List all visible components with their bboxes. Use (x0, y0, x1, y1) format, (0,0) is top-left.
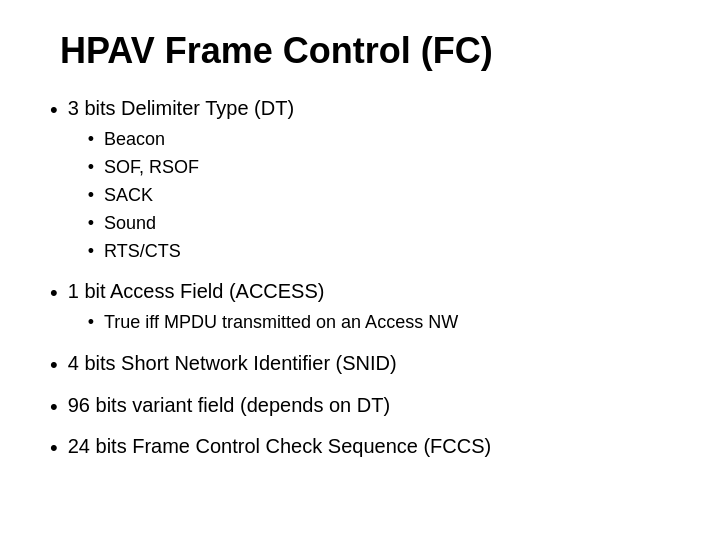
main-list: • 3 bits Delimiter Type (DT) • Beacon • … (50, 92, 670, 471)
list-item: • Beacon (88, 126, 294, 154)
list-item: • RTS/CTS (88, 238, 294, 266)
list-item: • 24 bits Frame Control Check Sequence (… (50, 430, 670, 465)
list-item-text: Sound (104, 210, 156, 238)
bullet-icon: • (88, 154, 94, 182)
list-item-text: Beacon (104, 126, 165, 154)
bullet-icon: • (50, 389, 58, 424)
sub-list: • True iff MPDU transmitted on an Access… (68, 309, 458, 337)
list-item-text: SOF, RSOF (104, 154, 199, 182)
slide: HPAV Frame Control (FC) • 3 bits Delimit… (0, 0, 720, 540)
list-item-text: 4 bits Short Network Identifier (SNID) (68, 347, 397, 379)
bullet-icon: • (88, 182, 94, 210)
list-item: • Sound (88, 210, 294, 238)
bullet-icon: • (88, 126, 94, 154)
list-item-text: RTS/CTS (104, 238, 181, 266)
slide-title: HPAV Frame Control (FC) (60, 30, 670, 72)
bullet-icon: • (50, 430, 58, 465)
list-item: • 1 bit Access Field (ACCESS) • True iff… (50, 275, 670, 341)
list-item: • 4 bits Short Network Identifier (SNID) (50, 347, 670, 382)
bullet-icon: • (50, 92, 58, 127)
bullet-icon: • (88, 309, 94, 337)
list-item-content: 3 bits Delimiter Type (DT) • Beacon • SO… (68, 92, 294, 269)
bullet-icon: • (50, 347, 58, 382)
bullet-icon: • (50, 275, 58, 310)
list-item-text: SACK (104, 182, 153, 210)
sub-list: • Beacon • SOF, RSOF • SACK • Sound (68, 126, 294, 265)
list-item: • True iff MPDU transmitted on an Access… (88, 309, 458, 337)
list-item: • 96 bits variant field (depends on DT) (50, 389, 670, 424)
list-item: • SACK (88, 182, 294, 210)
list-item-text: 1 bit Access Field (ACCESS) (68, 280, 325, 302)
list-item-text: 3 bits Delimiter Type (DT) (68, 97, 294, 119)
list-item-text: 96 bits variant field (depends on DT) (68, 389, 390, 421)
list-item-text: 24 bits Frame Control Check Sequence (FC… (68, 430, 492, 462)
list-item: • 3 bits Delimiter Type (DT) • Beacon • … (50, 92, 670, 269)
list-item: • SOF, RSOF (88, 154, 294, 182)
list-item-content: 1 bit Access Field (ACCESS) • True iff M… (68, 275, 458, 341)
bullet-icon: • (88, 238, 94, 266)
bullet-icon: • (88, 210, 94, 238)
list-item-text: True iff MPDU transmitted on an Access N… (104, 309, 458, 337)
